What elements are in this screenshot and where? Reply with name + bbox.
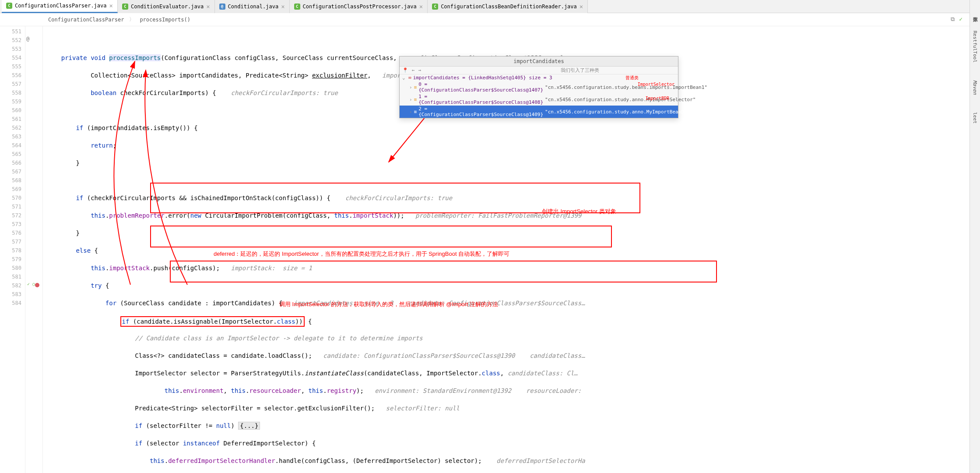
line-num[interactable]: 555 <box>0 62 21 71</box>
expand-icon[interactable]: › <box>409 97 412 102</box>
line-num[interactable]: 554 <box>0 53 21 62</box>
tab-0[interactable]: CConfigurationClassParser.java× <box>2 0 118 13</box>
code-line[interactable]: } <box>43 229 980 237</box>
code-line[interactable]: else { <box>43 246 980 255</box>
annotation-text: deferred：延迟的，延迟的 ImportSelector，当所有的配置类处… <box>214 250 509 258</box>
tab-label: Conditional.java <box>228 4 279 10</box>
back-icon[interactable]: ← <box>412 67 415 73</box>
annotation-text: 调用 ImportSelector 的方法，获取到导入的类，然后递归调用解析 @… <box>279 300 498 309</box>
class-icon: C <box>294 4 300 10</box>
line-num[interactable]: 557 <box>0 80 21 88</box>
tab-1[interactable]: CConditionEvaluator.java× <box>118 0 215 13</box>
line-num[interactable]: 569 <box>0 185 21 194</box>
code-line[interactable]: return; <box>43 141 980 150</box>
close-icon[interactable]: × <box>206 3 210 10</box>
breadcrumb-class[interactable]: ConfigurationClassParser <box>48 17 124 23</box>
tab-label: ConfigurationClassParser.java <box>15 3 107 9</box>
code-line[interactable]: if (checkForCircularImports && isChained… <box>43 194 980 202</box>
code-line[interactable]: this.deferredImportSelectorHandler.handl… <box>43 456 980 465</box>
tab-3[interactable]: CConfigurationClassPostProcessor.java× <box>290 0 428 13</box>
code-line[interactable] <box>43 176 980 185</box>
code-line[interactable]: this.problemReporter.error(new CircularI… <box>43 211 980 220</box>
debug-var-item[interactable]: ›≡ 1 = {ConfigurationClassParser$SourceC… <box>400 93 678 106</box>
close-icon[interactable]: × <box>419 3 423 10</box>
line-num[interactable]: 573 <box>0 220 21 229</box>
code-line[interactable]: this.environment, this.resourceLoader, t… <box>43 386 980 395</box>
line-gutter: 551 552 553 554 555 556 557 558 559 560 … <box>0 26 25 473</box>
breadcrumb: ConfigurationClassParser 〉 processImport… <box>0 13 980 26</box>
code-line[interactable]: } <box>43 159 980 167</box>
expand-icon[interactable]: › <box>409 109 412 115</box>
fold-marker[interactable]: {...} <box>238 422 260 430</box>
line-num[interactable]: 565 <box>0 150 21 159</box>
line-num[interactable]: 572 <box>0 211 21 220</box>
code-line[interactable]: try { <box>43 281 980 290</box>
annotation-text: ImportBDR <box>646 96 669 101</box>
code-line[interactable]: Predicate<String> selectorFilter = selec… <box>43 404 980 413</box>
code-line[interactable]: // Candidate class is an ImportSelector … <box>43 334 980 342</box>
expand-icon[interactable]: › <box>409 85 412 90</box>
line-num[interactable]: 551 <box>0 27 21 36</box>
line-num[interactable]: 580 <box>0 264 21 272</box>
tab-2[interactable]: @Conditional.java× <box>215 0 290 13</box>
line-num[interactable]: 560 <box>0 106 21 115</box>
debug-popup[interactable]: importCandidates 📍 ← → 我们引入了三种类 ⌄∞ impor… <box>399 56 678 118</box>
line-num[interactable]: 561 <box>0 115 21 124</box>
run-icon[interactable]: ✓ ◯ <box>27 282 35 286</box>
sidebar-tab-restful[interactable]: RestfulTool <box>972 31 978 63</box>
tab-label: ConditionEvaluator.java <box>131 4 204 10</box>
line-num[interactable]: 559 <box>0 97 21 106</box>
close-icon[interactable]: × <box>281 3 285 10</box>
code-line[interactable]: ImportSelector selector = ParserStrategy… <box>43 369 980 378</box>
line-num[interactable]: 579 <box>0 255 21 264</box>
line-num[interactable]: 570 <box>0 194 21 202</box>
line-num[interactable]: 558 <box>0 88 21 97</box>
line-num[interactable]: 563 <box>0 132 21 141</box>
code-line[interactable]: for (SourceClass candidate : importCandi… <box>43 299 980 307</box>
line-num[interactable]: 552 <box>0 36 21 45</box>
line-num[interactable]: 568 <box>0 176 21 185</box>
line-num[interactable]: 567 <box>0 167 21 176</box>
pin-icon[interactable]: 📍 <box>402 67 408 73</box>
sidebar-tab-leet[interactable]: leet <box>972 112 978 124</box>
expand-icon[interactable]: ⌄ <box>402 75 407 81</box>
tab-4[interactable]: CConfigurationClassBeanDefinitionReader.… <box>428 0 588 13</box>
line-num[interactable]: 576 <box>0 229 21 237</box>
code-line[interactable]: if (importCandidates.isEmpty()) { <box>43 124 980 132</box>
line-num[interactable]: 553 <box>0 45 21 53</box>
override-icon[interactable]: @ <box>26 36 29 42</box>
editor-tabs: CConfigurationClassParser.java× CConditi… <box>0 0 980 13</box>
line-num[interactable]: 583 <box>0 290 21 299</box>
annotation-text: 我们引入了三种类 <box>561 67 599 74</box>
forward-icon[interactable]: → <box>418 67 422 73</box>
sidebar-tab-maven[interactable]: Maven <box>972 80 978 95</box>
debug-var-item-selected[interactable]: ›≡ 2 = {ConfigurationClassParser$SourceC… <box>400 106 678 118</box>
reader-mode-icon[interactable]: ⧉ <box>951 16 955 23</box>
code-line[interactable]: this.importStack.push(configClass); impo… <box>43 264 980 272</box>
line-num[interactable]: 566 <box>0 159 21 167</box>
code-line[interactable]: Class<?> candidateClass = candidate.load… <box>43 351 980 360</box>
code-line[interactable]: if (selector instanceof DeferredImportSe… <box>43 439 980 448</box>
line-num[interactable]: 577 <box>0 237 21 246</box>
code-line[interactable]: if (selectorFilter != null) {...} <box>43 421 980 430</box>
code-line[interactable] <box>43 36 980 45</box>
line-num[interactable]: 564 <box>0 141 21 150</box>
popup-toolbar: 📍 ← → 我们引入了三种类 <box>400 67 678 74</box>
close-icon[interactable]: × <box>580 3 583 10</box>
breadcrumb-method[interactable]: processImports() <box>140 17 190 23</box>
line-num[interactable]: 556 <box>0 71 21 80</box>
line-num[interactable]: 571 <box>0 202 21 211</box>
debug-var-item[interactable]: ›≡ 0 = {ConfigurationClassParser$SourceC… <box>400 81 678 93</box>
line-num[interactable]: 581 <box>0 272 21 281</box>
line-num[interactable]: 582 <box>0 281 21 290</box>
code-line[interactable]: if (candidate.isAssignable(ImportSelecto… <box>43 316 980 325</box>
gutter-marks: @ ✓ ◯ <box>25 26 43 473</box>
interface-icon: @ <box>219 4 225 10</box>
line-num[interactable]: 562 <box>0 124 21 132</box>
line-num[interactable]: 578 <box>0 246 21 255</box>
popup-title: importCandidates <box>400 56 678 67</box>
check-icon[interactable]: ✓ <box>959 16 962 23</box>
breakpoint-icon[interactable] <box>35 283 39 287</box>
line-num[interactable]: 584 <box>0 299 21 307</box>
close-icon[interactable]: × <box>109 2 113 9</box>
